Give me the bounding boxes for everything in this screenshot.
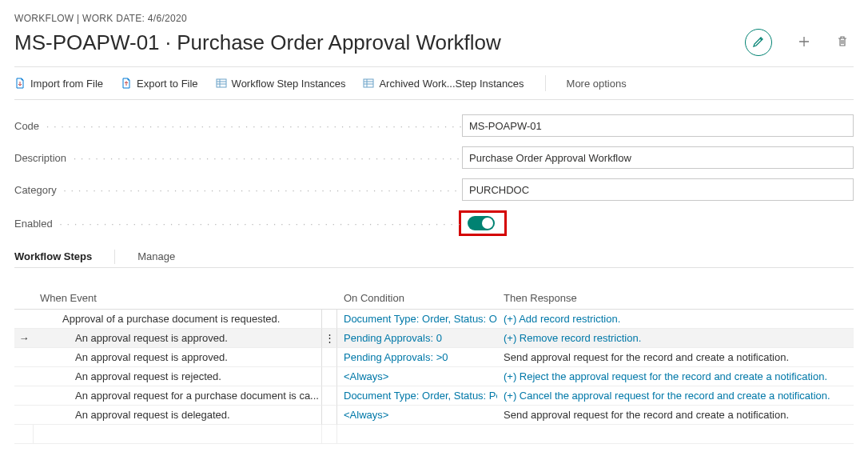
list-icon <box>216 78 227 89</box>
row-selector[interactable]: → <box>14 329 34 348</box>
export-to-file[interactable]: Export to File <box>121 78 198 90</box>
description-input[interactable] <box>462 146 854 169</box>
divider <box>114 250 115 264</box>
table-row[interactable]: An approval request is delegated.<Always… <box>14 406 854 425</box>
on-condition-cell[interactable]: Document Type: Order, Status: Open, ... <box>337 310 497 329</box>
table-row[interactable]: An approval request is approved.Pending … <box>14 348 854 367</box>
col-then-response[interactable]: Then Response <box>497 287 854 310</box>
description-label: Description <box>14 152 462 164</box>
more-vertical-icon: ⋮ <box>325 332 335 344</box>
form-area: Code Description Category Enabled <box>14 114 854 236</box>
row-selector[interactable] <box>14 348 34 367</box>
table-row[interactable]: An approval request for a purchase docum… <box>14 386 854 406</box>
row-menu[interactable] <box>321 367 337 386</box>
enabled-label: Enabled <box>14 218 462 230</box>
then-response-cell[interactable]: (+) Add record restriction. <box>497 310 854 329</box>
on-condition-cell[interactable]: Document Type: Order, Status: Pendin... <box>337 386 497 406</box>
svg-rect-0 <box>217 79 226 87</box>
archived-step-instances[interactable]: Archived Work...Step Instances <box>363 78 524 90</box>
col-on-condition[interactable]: On Condition <box>337 287 497 310</box>
pencil-icon <box>752 35 765 50</box>
export-icon <box>121 78 132 89</box>
on-condition-cell[interactable]: <Always> <box>337 406 497 425</box>
svg-rect-1 <box>364 79 373 87</box>
category-label: Category <box>14 184 462 196</box>
divider <box>545 75 546 91</box>
on-condition-cell[interactable]: Pending Approvals: 0 <box>337 329 497 348</box>
grid-header: When Event On Condition Then Response <box>14 287 854 310</box>
toolbar: Import from File Export to File Workflow… <box>14 72 854 96</box>
row-selector[interactable] <box>14 310 34 329</box>
highlight-box <box>459 210 507 236</box>
then-response-cell[interactable]: Send approval request for the record and… <box>497 406 854 425</box>
export-label: Export to File <box>137 78 198 90</box>
on-condition-cell[interactable]: <Always> <box>337 367 497 386</box>
subtabs: Workflow Steps Manage <box>14 246 854 268</box>
then-response-cell[interactable]: (+) Reject the approval request for the … <box>497 367 854 386</box>
more-options-label: More options <box>567 78 627 90</box>
edit-button[interactable] <box>745 29 772 56</box>
enabled-toggle[interactable] <box>468 216 495 230</box>
workflow-steps-grid: When Event On Condition Then Response Ap… <box>14 287 854 444</box>
table-row[interactable]: →An approval request is approved.⋮Pendin… <box>14 329 854 348</box>
when-event-cell[interactable]: An approval request is approved. <box>34 348 321 367</box>
step-instances[interactable]: Workflow Step Instances <box>216 78 346 90</box>
import-icon <box>14 78 26 89</box>
col-when-event[interactable]: When Event <box>34 287 321 310</box>
step-instances-label: Workflow Step Instances <box>232 78 346 90</box>
when-event-cell[interactable]: An approval request is approved. <box>34 329 321 348</box>
code-input[interactable] <box>462 114 854 137</box>
delete-button[interactable] <box>836 36 849 49</box>
when-event-cell[interactable]: An approval request is delegated. <box>34 406 321 425</box>
then-response-cell[interactable]: (+) Cancel the approval request for the … <box>497 386 854 406</box>
table-row[interactable]: Approval of a purchase document is reque… <box>14 310 854 329</box>
row-menu[interactable] <box>321 406 337 425</box>
on-condition-cell[interactable]: Pending Approvals: >0 <box>337 348 497 367</box>
import-from-file[interactable]: Import from File <box>14 78 103 90</box>
when-event-cell[interactable]: An approval request is rejected. <box>34 367 321 386</box>
when-event-cell[interactable]: An approval request for a purchase docum… <box>34 386 321 406</box>
when-event-cell[interactable]: Approval of a purchase document is reque… <box>34 310 321 329</box>
row-menu[interactable] <box>321 348 337 367</box>
row-selector[interactable] <box>14 406 34 425</box>
then-response-cell[interactable]: (+) Remove record restriction. <box>497 329 854 348</box>
breadcrumb: WORKFLOW | WORK DATE: 4/6/2020 <box>14 13 854 24</box>
new-button[interactable] <box>798 36 810 49</box>
list-icon <box>363 78 374 89</box>
row-menu[interactable] <box>321 386 337 406</box>
more-options[interactable]: More options <box>567 78 627 90</box>
grid-footer-row <box>14 425 854 444</box>
row-selector[interactable] <box>14 386 34 406</box>
category-input[interactable] <box>462 178 854 201</box>
tab-manage[interactable]: Manage <box>137 246 175 267</box>
row-menu[interactable] <box>321 310 337 329</box>
import-label: Import from File <box>30 78 103 90</box>
trash-icon <box>837 35 848 50</box>
plus-icon <box>798 35 810 50</box>
row-menu[interactable]: ⋮ <box>321 329 337 348</box>
tab-workflow-steps[interactable]: Workflow Steps <box>14 246 92 267</box>
header-actions <box>745 29 854 56</box>
then-response-cell[interactable]: Send approval request for the record and… <box>497 348 854 367</box>
page-title: MS-POAPW-01 · Purchase Order Approval Wo… <box>14 30 501 55</box>
table-row[interactable]: An approval request is rejected.<Always>… <box>14 367 854 386</box>
row-selector[interactable] <box>14 367 34 386</box>
archived-label: Archived Work...Step Instances <box>379 78 524 90</box>
code-label: Code <box>14 120 462 132</box>
